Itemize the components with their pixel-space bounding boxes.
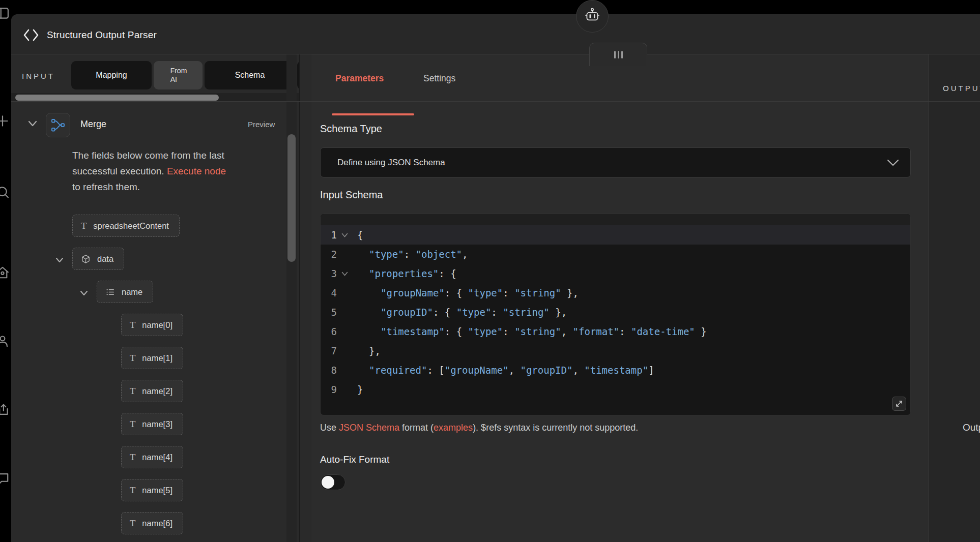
panel-header-divider xyxy=(11,101,980,102)
code-line-6: 6"timestamp": { "type": "string", "forma… xyxy=(321,322,910,341)
user-icon[interactable] xyxy=(0,333,11,349)
execute-node-link[interactable]: Execute node xyxy=(167,166,226,176)
field-pill-name[3][interactable]: Tname[3] xyxy=(121,413,183,435)
input-tab-mapping[interactable]: Mapping xyxy=(71,61,152,89)
app-sidebar-rail xyxy=(0,0,11,542)
fold-chevron-icon[interactable] xyxy=(341,272,348,276)
editor-expand-button[interactable] xyxy=(892,397,906,411)
object-type-icon xyxy=(81,254,91,264)
node-title: Structured Output Parser xyxy=(47,28,157,42)
field-pill-spreadsheetContent[interactable]: TspreadsheetContent xyxy=(72,215,180,237)
parameters-panel: Parameters Settings Schema Type Define u… xyxy=(311,54,929,542)
preview-button[interactable]: Preview xyxy=(248,120,275,129)
input-tab-schema[interactable]: Schema xyxy=(205,61,295,89)
tree-chevron-name[interactable] xyxy=(80,289,88,294)
panel-drag-handle[interactable] xyxy=(589,43,647,66)
plus-icon[interactable] xyxy=(0,113,11,129)
source-node-name: Merge xyxy=(80,119,106,130)
code-line-8: 8"required": ["groupName", "groupID", "t… xyxy=(321,360,910,380)
schema-type-value: Define using JSON Schema xyxy=(337,148,445,177)
field-pill-name[4][interactable]: Tname[4] xyxy=(121,446,183,468)
share-icon[interactable] xyxy=(0,402,11,418)
doc-link-json-schema[interactable]: JSON Schema xyxy=(339,423,399,433)
text-type-icon: T xyxy=(81,221,87,231)
field-pill-name[interactable]: name xyxy=(97,281,153,303)
code-line-4: 4"groupName": { "type": "string" }, xyxy=(321,283,910,303)
schema-type-select[interactable]: Define using JSON Schema xyxy=(320,147,911,177)
output-panel-label: OUTPUT xyxy=(943,84,980,93)
panel-left-icon xyxy=(0,5,11,21)
dialog-titlebar: Structured Output Parser xyxy=(11,14,980,54)
collapse-chevron-icon[interactable] xyxy=(28,121,37,127)
share-icon xyxy=(0,402,11,418)
line-number: 2 xyxy=(321,249,337,260)
list-type-icon xyxy=(105,287,115,297)
grip-icon xyxy=(614,51,616,58)
autofix-label: Auto-Fix Format xyxy=(320,454,389,465)
schema-hint-text: Use JSON Schema format (examples). $refs… xyxy=(320,423,638,433)
line-number: 1 xyxy=(321,229,337,240)
code-line-5: 5"groupID": { "type": "string" }, xyxy=(321,303,910,322)
plus-icon xyxy=(0,113,11,129)
toggle-knob xyxy=(322,476,334,489)
chat-icon[interactable] xyxy=(0,470,11,487)
text-type-icon: T xyxy=(130,452,135,462)
field-pill-name[2][interactable]: Tname[2] xyxy=(121,380,183,402)
text-type-icon: T xyxy=(130,518,135,528)
home-icon[interactable] xyxy=(0,264,11,281)
code-line-1: 1{ xyxy=(321,225,910,245)
schema-type-label: Schema Type xyxy=(320,123,382,135)
tab-parameters[interactable]: Parameters xyxy=(335,71,384,86)
text-type-icon: T xyxy=(130,386,135,396)
code-line-2: 2"type": "object", xyxy=(321,245,910,264)
line-number: 7 xyxy=(321,345,337,356)
line-number: 8 xyxy=(321,365,337,376)
tab-settings[interactable]: Settings xyxy=(423,71,455,86)
robot-icon xyxy=(583,7,601,25)
code-line-9: 9} xyxy=(321,380,910,399)
field-pill-name[6][interactable]: Tname[6] xyxy=(121,512,183,534)
text-type-icon: T xyxy=(130,320,135,330)
user-icon xyxy=(0,333,11,349)
chat-icon xyxy=(0,470,11,487)
home-icon xyxy=(0,264,11,281)
autofix-toggle[interactable] xyxy=(320,474,345,490)
code-line-7: 7}, xyxy=(321,341,910,360)
field-pill-name[0][interactable]: Tname[0] xyxy=(121,314,183,336)
input-schema-label: Input Schema xyxy=(320,189,383,201)
execution-notice: The fields below come from the lastsucce… xyxy=(72,147,226,195)
vertical-scrollbar-track[interactable] xyxy=(286,54,297,542)
ai-agent-connector[interactable] xyxy=(576,0,609,33)
search-icon[interactable] xyxy=(0,184,11,200)
search-icon xyxy=(0,184,11,200)
field-pill-data[interactable]: data xyxy=(72,248,124,270)
tree-chevron-data[interactable] xyxy=(55,256,64,261)
output-panel: OUTPUT Output xyxy=(929,54,980,542)
input-panel: INPUT MappingFromAISchemaTable Merge Pre… xyxy=(11,54,300,542)
line-number: 6 xyxy=(321,326,337,337)
vertical-scrollbar-thumb[interactable] xyxy=(287,134,296,262)
chevron-down-icon xyxy=(887,159,899,166)
input-tab-from-ai[interactable]: FromAI xyxy=(154,61,203,89)
line-number: 4 xyxy=(321,287,337,298)
active-tab-underline xyxy=(332,113,414,115)
line-number: 9 xyxy=(321,384,337,395)
panel-left-icon[interactable] xyxy=(0,5,11,21)
input-tab-table[interactable]: Table xyxy=(297,61,300,89)
fold-chevron-icon[interactable] xyxy=(341,233,348,237)
field-pill-name[1][interactable]: Tname[1] xyxy=(121,347,183,369)
code-line-3: 3"properties": { xyxy=(321,264,910,283)
expand-icon xyxy=(895,400,903,408)
field-pill-name[5][interactable]: Tname[5] xyxy=(121,479,183,501)
line-number: 5 xyxy=(321,307,337,318)
text-type-icon: T xyxy=(130,353,135,363)
merge-node-icon[interactable] xyxy=(46,113,70,137)
json-schema-editor[interactable]: 1{2"type": "object",3"properties": {4"gr… xyxy=(320,214,911,415)
doc-link-examples[interactable]: examples xyxy=(434,423,473,433)
output-partial-text: Output xyxy=(963,422,980,433)
code-brackets-icon xyxy=(23,28,39,42)
editor-top-strip xyxy=(321,214,910,225)
text-type-icon: T xyxy=(130,419,135,429)
horizontal-scrollbar-thumb[interactable] xyxy=(15,95,219,101)
node-details-dialog: Structured Output Parser INPUT MappingFr… xyxy=(11,14,980,542)
